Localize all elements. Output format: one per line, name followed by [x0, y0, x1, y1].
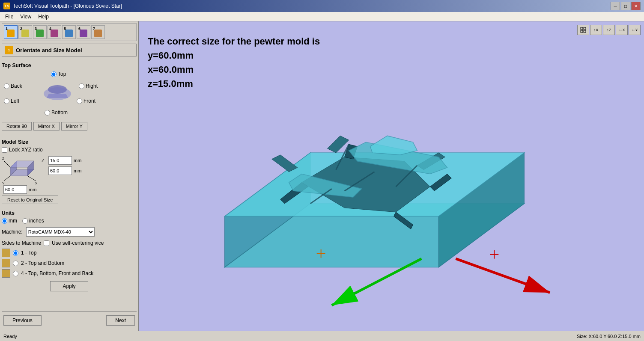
self-centering-checkbox[interactable]: [44, 240, 49, 246]
mirror-y-button[interactable]: Mirror Y: [61, 122, 87, 130]
size-diagram-svg: Z X Y: [2, 154, 38, 184]
menu-view[interactable]: View: [17, 13, 35, 21]
step-btn-1[interactable]: 1: [4, 25, 18, 39]
status-left: Ready: [3, 334, 17, 339]
left-panel: 1 2 3 4 5 6 7: [0, 21, 139, 331]
step-3-icon: [36, 30, 44, 37]
step-4-icon: [51, 30, 58, 37]
size-inputs: Z mm X mm: [42, 156, 81, 175]
inches-label: inches: [29, 218, 44, 224]
3d-scene-svg: [139, 21, 644, 331]
step-6-icon: [80, 30, 87, 37]
app-icon: TS: [3, 3, 10, 9]
step-5-icon: [65, 30, 73, 37]
model-preview: [42, 81, 72, 102]
radio-top-input[interactable]: [51, 71, 57, 77]
svg-marker-26: [272, 155, 298, 172]
step-btn-2[interactable]: 2: [18, 25, 32, 39]
maximize-button[interactable]: □: [621, 2, 630, 10]
svg-marker-31: [370, 136, 417, 155]
step-btn-5[interactable]: 5: [62, 25, 76, 39]
radio-right-label: Right: [86, 83, 98, 89]
radio-back[interactable]: Back: [4, 83, 22, 89]
self-centering-label: Use self-centering vice: [52, 240, 104, 246]
radio-left-input[interactable]: [4, 98, 9, 104]
mirror-x-button[interactable]: Mirror X: [33, 122, 60, 130]
radio-back-input[interactable]: [4, 83, 9, 89]
side-2-label: 2 - Top and Bottom: [21, 260, 64, 266]
units-label: Units: [2, 210, 137, 216]
title-bar-left: TS TechSoft Visual Toolpath - [Glorious …: [3, 3, 122, 9]
radio-right[interactable]: Right: [79, 83, 98, 89]
svg-marker-2: [47, 94, 68, 98]
radio-front[interactable]: Front: [77, 98, 95, 104]
side-option-4: 4 - Top, Bottom, Front and Back: [2, 269, 137, 278]
svg-point-1: [48, 85, 67, 94]
sides-options: 1 - Top 2 - Top and Bottom 4 - Top, Bott…: [2, 249, 137, 278]
z-size-row: Z mm: [42, 156, 81, 165]
inches-radio[interactable]: [22, 218, 28, 224]
step-1-icon: [7, 30, 15, 37]
orientation-buttons: Rotate 90 Mirror X Mirror Y: [2, 122, 137, 130]
units-row: mm inches: [2, 218, 137, 224]
radio-bottom-input[interactable]: [45, 110, 50, 116]
side-4-radio[interactable]: [13, 271, 18, 276]
inches-option[interactable]: inches: [22, 218, 44, 224]
step-btn-6[interactable]: 6: [77, 25, 90, 39]
divider: [2, 301, 137, 301]
mm-radio[interactable]: [2, 218, 7, 224]
y-unit: mm: [29, 187, 36, 192]
step-7-icon: [94, 30, 102, 37]
y-input[interactable]: [3, 185, 27, 194]
radio-top[interactable]: Top: [51, 71, 66, 77]
svg-line-39: [456, 259, 550, 293]
main-layout: 1 2 3 4 5 6 7: [0, 21, 644, 331]
radio-left[interactable]: Left: [4, 98, 19, 104]
sides-header: Sides to Machine Use self-centering vice: [2, 240, 137, 246]
side-2-radio[interactable]: [13, 261, 18, 266]
svg-line-11: [4, 176, 10, 181]
radio-right-input[interactable]: [79, 83, 84, 89]
sides-section: Sides to Machine Use self-centering vice…: [2, 240, 137, 295]
next-button[interactable]: Next: [106, 315, 135, 326]
size-diagram: Z X Y: [2, 154, 38, 184]
radio-left-label: Left: [11, 98, 19, 104]
side-2-icon: [2, 259, 10, 267]
status-right: Size: X:60.0 Y:60.0 Z:15.0 mm: [577, 334, 641, 339]
lock-xyz-checkbox[interactable]: [2, 147, 7, 153]
mm-option[interactable]: mm: [2, 218, 17, 224]
mm-label: mm: [9, 218, 17, 224]
step-btn-3[interactable]: 3: [33, 25, 47, 39]
machine-label: Machine:: [2, 229, 23, 235]
side-1-icon: [2, 249, 10, 257]
top-surface-label: Top Surface: [2, 62, 137, 68]
z-input[interactable]: [48, 156, 72, 165]
machine-select[interactable]: RotoCAMM MDX-40 RotoCAMM MDX-15 RotoCAMM…: [26, 227, 95, 237]
step-btn-7[interactable]: 7: [91, 25, 105, 39]
lock-xyz-label: Lock XYZ ratio: [9, 147, 43, 153]
menu-help[interactable]: Help: [35, 13, 52, 21]
radio-front-input[interactable]: [77, 98, 82, 104]
side-1-radio[interactable]: [13, 250, 18, 256]
x-input[interactable]: [48, 166, 72, 175]
reset-size-button[interactable]: Reset to Original Size: [2, 196, 58, 204]
radio-front-label: Front: [83, 98, 95, 104]
previous-button[interactable]: Previous: [3, 315, 42, 326]
radio-bottom[interactable]: Bottom: [45, 110, 68, 116]
machine-section: Machine: RotoCAMM MDX-40 RotoCAMM MDX-15…: [2, 227, 137, 237]
minimize-button[interactable]: ─: [611, 2, 620, 10]
svg-line-9: [27, 176, 36, 181]
apply-button[interactable]: Apply: [50, 281, 88, 291]
title-bar: TS TechSoft Visual Toolpath - [Glorious …: [0, 0, 644, 12]
title-bar-controls: ─ □ ✕: [611, 2, 641, 10]
rotate90-button[interactable]: Rotate 90: [2, 122, 32, 130]
viewport: ↕X ↕Z ↔X ↔Y The correct size for the pew…: [139, 21, 644, 331]
svg-text:X: X: [35, 181, 38, 184]
machine-row: Machine: RotoCAMM MDX-40 RotoCAMM MDX-15…: [2, 227, 137, 237]
menu-file[interactable]: File: [2, 13, 17, 21]
step-btn-4[interactable]: 4: [48, 25, 61, 39]
x-size-row: X mm: [42, 166, 81, 175]
svg-text:Z: Z: [2, 157, 4, 160]
close-button[interactable]: ✕: [631, 2, 641, 10]
lock-row: Lock XYZ ratio: [2, 147, 137, 153]
